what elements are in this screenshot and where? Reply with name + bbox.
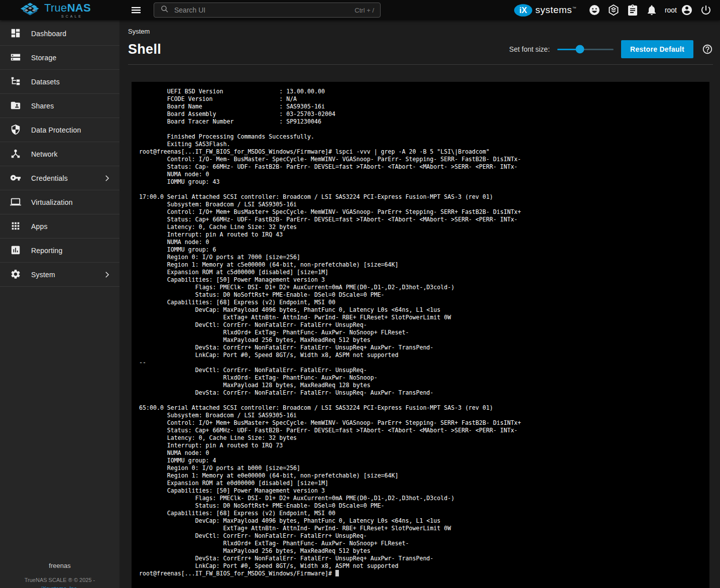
sidebar: DashboardStorageDatasetsSharesData Prote… [0, 20, 119, 588]
datasets-icon [10, 76, 22, 88]
breadcrumb[interactable]: System [128, 28, 150, 35]
jobs-icon[interactable] [627, 4, 639, 16]
shares-icon [10, 100, 22, 112]
topbar-user-icons [681, 4, 712, 16]
shell-terminal[interactable]: UEFI BSD Version : 13.00.00.00 FCODE Ver… [132, 82, 709, 588]
sidebar-item-data-protection[interactable]: Data Protection [0, 118, 119, 142]
sidebar-item-virtualization[interactable]: Virtualization [0, 190, 119, 214]
main-content: System Shell Set font size: Restore Defa… [119, 20, 720, 588]
restore-default-button[interactable]: Restore Default [621, 40, 693, 58]
chevron-right-icon [102, 270, 111, 279]
sidebar-item-reporting[interactable]: Reporting [0, 239, 119, 263]
sidebar-item-storage[interactable]: Storage [0, 46, 119, 70]
ixsystems-logo-mark: iX [514, 4, 533, 17]
page-header: System Shell Set font size: Restore Defa… [119, 20, 720, 64]
chevron-right-icon [102, 174, 111, 183]
brand-wordmark: TrueNAS [44, 3, 91, 14]
sidebar-item-system[interactable]: System [0, 263, 119, 287]
truenas-logo[interactable]: TrueNAS SCALE [0, 0, 119, 20]
font-size-slider-thumb[interactable] [575, 45, 584, 54]
font-size-toolbar: Set font size: Restore Default [509, 40, 713, 58]
sidebar-item-datasets[interactable]: Datasets [0, 70, 119, 94]
storage-icon [10, 52, 22, 64]
font-size-slider[interactable] [557, 49, 614, 50]
data-protection-icon [10, 124, 22, 136]
terminal-output: UEFI BSD Version : 13.00.00.00 FCODE Ver… [139, 88, 709, 577]
system-icon [10, 269, 22, 281]
terminal-cursor [335, 570, 339, 576]
topbar: TrueNAS SCALE Ctrl + / iX systems™ root [0, 0, 720, 20]
sidebar-item-apps[interactable]: Apps [0, 214, 119, 239]
copyright-label: TrueNAS SCALE ® © 2025 - [0, 577, 119, 583]
username-label: root [665, 6, 677, 14]
apps-icon [10, 220, 22, 232]
ixsystems-logo[interactable]: iX systems™ [514, 4, 576, 17]
svg-text:iX: iX [520, 6, 527, 15]
header-divider [128, 64, 713, 65]
account-circle-icon[interactable] [681, 4, 693, 16]
ixsystems-logo-text: systems™ [535, 5, 576, 16]
page-title: Shell [128, 40, 161, 58]
sidebar-item-dashboard[interactable]: Dashboard [0, 22, 119, 46]
search-input[interactable] [173, 6, 350, 15]
topbar-status-icons [588, 4, 658, 16]
sidebar-nav: DashboardStorageDatasetsSharesData Prote… [0, 22, 119, 287]
credentials-icon [10, 172, 22, 184]
search-icon [160, 5, 169, 16]
help-icon[interactable] [702, 44, 713, 55]
sidebar-item-network[interactable]: Network [0, 142, 119, 166]
menu-hamburger-icon[interactable] [130, 4, 142, 16]
truecommand-icon[interactable] [608, 4, 620, 16]
reporting-icon [10, 245, 22, 257]
hostname-label: freenas [0, 562, 119, 569]
search-box[interactable]: Ctrl + / [154, 3, 381, 18]
brand-scale-label: SCALE [52, 15, 83, 18]
ixsystems-link[interactable]: iXsystems, Inc. [0, 585, 119, 588]
dashboard-icon [10, 28, 22, 40]
alerts-icon[interactable] [646, 4, 658, 16]
sidebar-item-credentials[interactable]: Credentials [0, 166, 119, 190]
sidebar-item-shares[interactable]: Shares [0, 94, 119, 118]
search-shortcut-hint: Ctrl + / [354, 7, 374, 14]
network-icon [10, 148, 22, 160]
sidebar-footer: freenas TrueNAS SCALE ® © 2025 - iXsyste… [0, 562, 119, 588]
feedback-icon[interactable] [588, 4, 601, 16]
truenas-logo-icon [20, 2, 40, 19]
power-icon[interactable] [700, 4, 712, 16]
virtualization-icon [10, 196, 22, 208]
font-size-label: Set font size: [509, 45, 550, 53]
